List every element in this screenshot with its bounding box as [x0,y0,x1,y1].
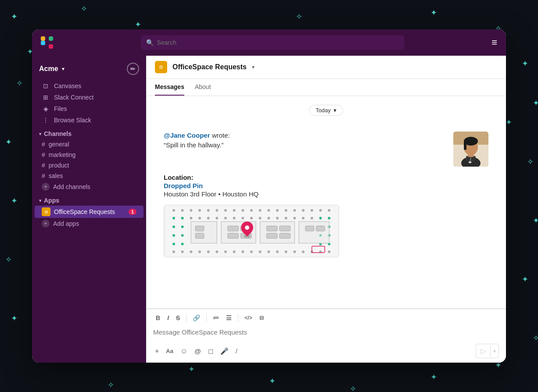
svg-rect-3 [49,44,53,49]
svg-point-77 [267,250,270,253]
svg-point-24 [241,209,244,212]
svg-point-32 [311,209,313,212]
channels-section-header[interactable]: ▾ Channels [32,126,146,139]
message-input[interactable] [153,327,499,338]
messages-area[interactable]: Today ▾ @Jane Cooper wrote: “Spill in th… [146,96,506,308]
svg-rect-89 [191,221,217,243]
add-channels-item[interactable]: + Add channels [35,181,143,192]
location-link[interactable]: Dropped Pin [164,182,488,189]
app-item-label: OfficeSpace Requests [54,208,115,215]
mic-button[interactable]: 🎤 [219,346,230,357]
canvases-icon: ⊡ [42,82,50,89]
svg-point-26 [259,209,262,212]
sidebar-item-label: Files [54,105,67,112]
location-detail: Houston 3rd Floor • Houston HQ [164,190,488,198]
code-button[interactable]: </> [242,313,255,323]
svg-point-66 [172,250,175,253]
channel-label: marketing [49,151,75,158]
send-chevron-icon: ▾ [490,346,499,357]
map-preview[interactable] [164,205,339,257]
channel-header: ⚙ OfficeSpace Requests ▾ [146,56,506,79]
channel-icon: ⚙ [155,61,167,73]
send-button[interactable]: ▷ ▾ [476,344,499,358]
svg-point-41 [224,217,227,220]
tab-messages[interactable]: Messages [155,79,184,96]
message-input-area [146,327,506,341]
plus-button[interactable]: + [153,346,161,357]
svg-rect-2 [49,36,53,41]
location-section: Location: Dropped Pin Houston 3rd Floor … [164,174,488,198]
svg-point-72 [224,250,227,253]
svg-point-47 [276,217,279,220]
app-header: 🔍 ≡ [32,29,506,56]
compose-button[interactable]: ✏ [127,63,139,75]
format-text-button[interactable]: Aa [164,346,175,356]
svg-point-68 [190,250,192,253]
location-label: Location: [164,174,488,181]
sidebar-item-slack-connect[interactable]: ⊞ Slack Connect [35,92,143,103]
send-icon: ▷ [476,344,490,358]
today-pill[interactable]: Today ▾ [309,105,343,116]
svg-rect-100 [280,226,291,231]
sidebar-app-officespace[interactable]: ⚙ OfficeSpace Requests 1 [35,206,143,218]
mention-button[interactable]: @ [193,346,203,356]
sidebar-channel-product[interactable]: # product [35,160,143,171]
svg-rect-104 [316,226,325,231]
svg-point-25 [250,209,253,212]
mention-link[interactable]: @Jane Cooper [164,132,210,139]
svg-rect-99 [266,226,277,231]
message-left: @Jane Cooper wrote: “Spill in the hallwa… [164,132,446,149]
sidebar-item-label: Browse Slack [54,117,91,124]
workspace-name: Acme [39,65,58,73]
sidebar-channel-general[interactable]: # general [35,139,143,150]
svg-point-62 [172,243,175,246]
sidebar-channel-sales[interactable]: # sales [35,171,143,181]
strikethrough-button[interactable]: S [173,313,183,323]
svg-text:⚙: ⚙ [159,64,163,70]
svg-rect-103 [305,226,314,231]
svg-point-42 [233,217,236,220]
emoji-button[interactable]: ☺ [179,346,189,357]
chevron-down-icon: ▾ [334,107,337,114]
svg-point-33 [319,209,322,212]
italic-button[interactable]: I [165,313,172,323]
svg-point-67 [181,250,184,253]
svg-point-84 [328,250,330,253]
sidebar: Acme ▾ ✏ ⊡ Canvases ⊞ Slack Connect ◈ Fi… [32,56,146,363]
svg-rect-102 [280,233,291,239]
message-card: @Jane Cooper wrote: “Spill in the hallwa… [155,125,497,264]
apps-section-header[interactable]: ▾ Apps [32,192,146,206]
sidebar-item-browse[interactable]: ⋮ Browse Slack [35,114,143,126]
tab-about[interactable]: About [195,79,211,96]
svg-point-34 [328,209,330,212]
svg-rect-101 [266,233,277,239]
sidebar-item-canvases[interactable]: ⊡ Canvases [35,80,143,92]
svg-rect-94 [195,233,204,239]
sidebar-channel-marketing[interactable]: # marketing [35,150,143,160]
sidebar-item-files[interactable]: ◈ Files [35,103,143,114]
svg-point-51 [311,217,313,220]
svg-point-54 [172,225,175,228]
ordered-list-button[interactable]: ≔ [210,313,222,323]
sidebar-item-label: Slack Connect [54,94,93,101]
video-button[interactable]: ◻ [206,346,215,357]
add-apps-item[interactable]: + Add apps [35,218,143,229]
message-header-line: @Jane Cooper wrote: [164,132,446,139]
svg-point-43 [241,217,244,220]
code-block-button[interactable]: ⊟ [257,313,266,323]
svg-rect-95 [228,226,239,231]
unordered-list-button[interactable]: ☰ [223,313,234,323]
message-bottom-bar: + Aa ☺ @ ◻ 🎤 / ▷ ▾ [146,341,506,363]
search-bar[interactable]: 🔍 [141,35,404,50]
channel-label: product [49,162,69,169]
menu-button[interactable]: ≡ [490,36,499,49]
svg-point-58 [172,234,175,237]
search-input[interactable] [157,39,399,46]
svg-point-27 [267,209,270,212]
notification-badge: 1 [129,209,136,215]
slash-button[interactable]: / [234,346,239,356]
bold-button[interactable]: B [153,313,163,323]
link-button[interactable]: 🔗 [190,313,203,323]
svg-point-19 [198,209,201,212]
svg-point-21 [215,209,218,212]
